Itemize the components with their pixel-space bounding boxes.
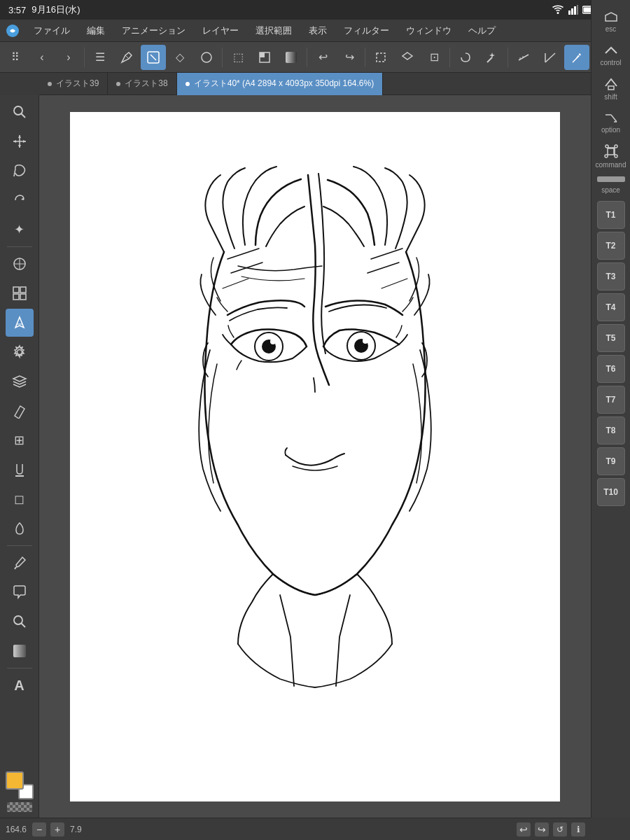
- t4-button[interactable]: T4: [597, 293, 625, 321]
- selection-fill-icon[interactable]: [252, 45, 277, 70]
- svg-point-41: [14, 616, 22, 624]
- transform-icon[interactable]: [368, 45, 393, 70]
- selection-rect-icon[interactable]: ⬚: [225, 45, 251, 70]
- angle-icon[interactable]: [538, 45, 563, 70]
- eyedropper-tool[interactable]: [6, 549, 34, 577]
- undo-status-button[interactable]: ↩: [517, 822, 531, 836]
- zoom-in-button[interactable]: +: [50, 822, 64, 836]
- sparkle-tool[interactable]: ✦: [6, 216, 34, 244]
- watercolor-tool[interactable]: [6, 514, 34, 542]
- shift-button[interactable]: shift: [594, 73, 628, 104]
- t9-button[interactable]: T9: [597, 447, 625, 475]
- drawing-canvas[interactable]: [70, 112, 560, 802]
- svg-line-42: [21, 624, 25, 628]
- svg-rect-33: [13, 287, 19, 293]
- smudge-tool[interactable]: [6, 250, 34, 278]
- svg-rect-2: [571, 8, 573, 15]
- t5-button[interactable]: T5: [597, 324, 625, 352]
- option-button[interactable]: option: [594, 106, 628, 137]
- svg-marker-24: [18, 135, 21, 138]
- toolbar-arrow-right[interactable]: ›: [56, 45, 81, 70]
- time-display: 3:57: [8, 5, 26, 15]
- svg-rect-1: [568, 10, 570, 15]
- menu-item-layer[interactable]: レイヤー: [200, 23, 241, 38]
- app-logo: [6, 24, 20, 38]
- drag-handle: ⠿: [3, 45, 28, 70]
- menu-item-window[interactable]: ウィンドウ: [403, 23, 454, 38]
- pen-nib-tool[interactable]: [6, 309, 34, 337]
- t7-button[interactable]: T7: [597, 386, 625, 414]
- esc-button[interactable]: esc: [594, 6, 628, 36]
- tab-illust40[interactable]: イラスト40* (A4 2894 x 4093px 350dpi 164.6%): [177, 73, 384, 95]
- menu-item-animation[interactable]: アニメーション: [119, 23, 188, 38]
- control-button[interactable]: control: [594, 39, 628, 70]
- tab-illust38[interactable]: イラスト38: [108, 73, 176, 95]
- command-button[interactable]: command: [594, 140, 628, 171]
- redo-button[interactable]: ↪: [337, 45, 362, 70]
- zoom-out-button[interactable]: −: [32, 822, 46, 836]
- svg-rect-34: [20, 287, 26, 293]
- svg-marker-29: [21, 197, 24, 200]
- checkerboard-swatch[interactable]: [7, 802, 32, 812]
- layers-tool[interactable]: [6, 368, 34, 396]
- pencil-active-icon[interactable]: [564, 45, 589, 70]
- bubble-tool[interactable]: [6, 578, 34, 606]
- settings-tool[interactable]: [6, 338, 34, 366]
- crop-icon[interactable]: ⊡: [421, 45, 447, 70]
- menu-item-selection[interactable]: 選択範囲: [253, 23, 295, 38]
- gradient-icon[interactable]: [279, 45, 304, 70]
- eraser-tool[interactable]: [6, 397, 34, 425]
- circle-tool-icon[interactable]: [194, 45, 219, 70]
- svg-line-53: [371, 248, 402, 259]
- menu-icon[interactable]: ☰: [88, 45, 113, 70]
- canvas-area[interactable]: [39, 95, 591, 818]
- svg-line-55: [382, 279, 407, 288]
- rotate-tool[interactable]: [6, 186, 34, 214]
- redo-status-button[interactable]: ↪: [535, 822, 549, 836]
- edit-tool-icon[interactable]: [141, 45, 166, 70]
- tab-illust39[interactable]: イラスト39: [39, 73, 108, 95]
- svg-line-40: [15, 567, 16, 569]
- menu-bar: ファイル 編集 アニメーション レイヤー 選択範囲 表示 フィルター ウィンドウ…: [0, 20, 630, 42]
- ruler-icon[interactable]: [511, 45, 536, 70]
- magnifier-tool[interactable]: [6, 98, 34, 126]
- menu-item-file[interactable]: ファイル: [31, 23, 73, 38]
- rotate-left-button[interactable]: ↺: [553, 822, 567, 836]
- t1-button[interactable]: T1: [597, 201, 625, 229]
- svg-rect-36: [20, 294, 26, 300]
- control-label: control: [600, 59, 621, 66]
- layer-icon[interactable]: [395, 45, 420, 70]
- toolbar-arrow-left[interactable]: ‹: [29, 45, 55, 70]
- primary-color-swatch[interactable]: [6, 771, 24, 790]
- undo-button[interactable]: ↩: [310, 45, 335, 70]
- text-tool[interactable]: A: [6, 671, 34, 699]
- svg-line-23: [21, 114, 25, 118]
- t8-button[interactable]: T8: [597, 416, 625, 444]
- pen-tool-icon[interactable]: [114, 45, 139, 70]
- search-tool[interactable]: [6, 608, 34, 636]
- t10-button[interactable]: T10: [597, 478, 625, 506]
- grid2-tool[interactable]: ⊞: [6, 426, 34, 454]
- t3-button[interactable]: T3: [597, 262, 625, 290]
- option-label: option: [601, 126, 620, 134]
- wand-icon[interactable]: [479, 45, 505, 70]
- svg-rect-4: [577, 5, 578, 15]
- eraser2-tool[interactable]: ◻: [6, 485, 34, 513]
- grid-tool[interactable]: [6, 279, 34, 307]
- date-display: 9月16日(水): [31, 4, 80, 16]
- shape-tool-icon[interactable]: ◇: [167, 45, 192, 70]
- menu-item-edit[interactable]: 編集: [84, 23, 108, 38]
- move-tool[interactable]: [6, 127, 34, 155]
- info-button[interactable]: ℹ: [571, 822, 585, 836]
- fill-tool[interactable]: [6, 456, 34, 484]
- t6-button[interactable]: T6: [597, 355, 625, 383]
- lasso-icon[interactable]: [453, 45, 478, 70]
- svg-line-50: [227, 248, 259, 259]
- lasso-select-tool[interactable]: [6, 157, 34, 185]
- t2-button[interactable]: T2: [597, 232, 625, 260]
- menu-item-view[interactable]: 表示: [306, 23, 330, 38]
- space-label: space: [601, 186, 620, 194]
- menu-item-filter[interactable]: フィルター: [341, 23, 392, 38]
- menu-item-help[interactable]: ヘルプ: [465, 23, 498, 38]
- gradient-fill-tool[interactable]: [6, 637, 34, 665]
